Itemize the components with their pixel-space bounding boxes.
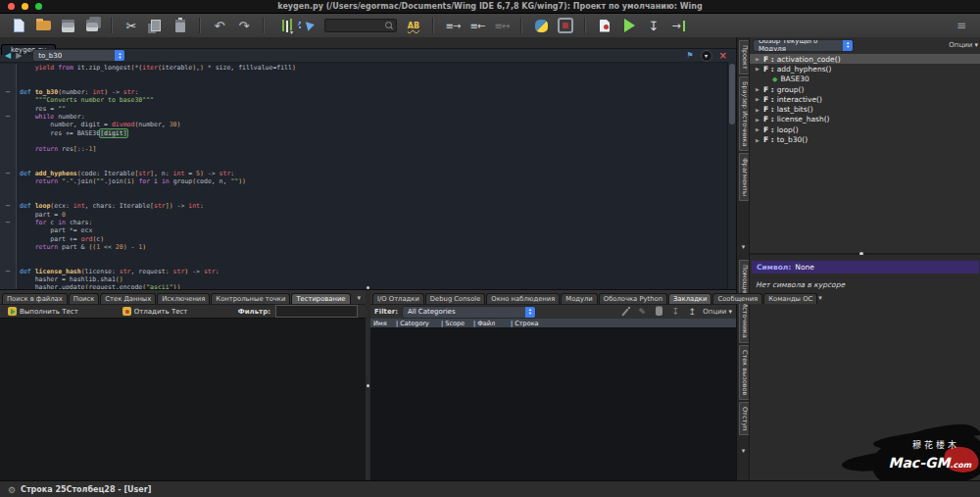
redo-icon[interactable] — [233, 17, 255, 34]
browser-options-button[interactable]: Опции ▾ — [949, 41, 978, 49]
panel-tab[interactable]: Закладки — [668, 293, 711, 304]
panel-tab[interactable]: Поиск — [69, 293, 100, 304]
tree-item[interactable]: ▶F :loop() — [750, 124, 980, 134]
filter-label: Filter: — [374, 308, 398, 316]
panel-tab[interactable]: Оболочка Python — [599, 293, 667, 304]
close-editor-icon[interactable]: × — [719, 51, 727, 61]
tool-tab-браузер-источника[interactable]: Браузер Источника — [739, 76, 750, 152]
editor-menu-icon[interactable]: ▾ — [701, 50, 712, 62]
module-view-combo[interactable]: Обзор Текущего Модуля ▴▾ — [753, 39, 854, 52]
save-all-icon[interactable] — [81, 17, 103, 34]
source-browser-panel: Обзор Текущего Модуля ▴▾ Опции ▾ ▶F :act… — [749, 37, 980, 480]
indent-left-icon[interactable] — [466, 17, 488, 34]
test-filter-input[interactable] — [275, 305, 358, 318]
panel-tab[interactable]: Команды ОС — [763, 293, 817, 304]
tree-item[interactable]: ▶F :last_bits() — [750, 104, 980, 114]
search-input[interactable] — [325, 21, 386, 30]
code-lines[interactable]: yield from it.zip_longest(*(iter(iterabl… — [20, 64, 727, 289]
cut-icon[interactable] — [121, 17, 142, 34]
column-header[interactable]: | Category — [396, 320, 441, 327]
navigate-forward-icon[interactable]: ▶ — [16, 52, 22, 60]
symbol-combo[interactable]: to_b30 ▴▾ — [32, 49, 125, 62]
splitter-handle[interactable] — [367, 286, 369, 289]
testing-panel: Поиск в файлахПоискСтек ДанныхИсключения… — [0, 289, 366, 481]
panel-tab[interactable]: Тестирование — [291, 293, 350, 304]
edit-bookmark-icon[interactable] — [636, 306, 648, 318]
panel-tab[interactable]: Поиск в файлах — [2, 293, 68, 304]
module-view-combo-value: Обзор Текущего Модуля — [759, 39, 843, 52]
undo-icon[interactable] — [209, 17, 230, 34]
import-bookmarks-icon[interactable] — [669, 306, 681, 318]
bookmarks-options-button[interactable]: Опции ▾ — [703, 308, 732, 316]
panel-tab[interactable]: I/O Отладки — [372, 293, 424, 304]
status-text: Строка 25Столбец28 - [User] — [21, 485, 151, 494]
stop-debug-icon[interactable] — [555, 17, 576, 34]
panel-tab[interactable]: Стек Данных — [100, 293, 156, 304]
panel-tab[interactable]: Сообщения — [712, 293, 762, 304]
column-header[interactable]: | Файл — [473, 320, 511, 327]
symbol-label: Символ: — [757, 263, 791, 272]
export-bookmarks-icon[interactable] — [686, 306, 698, 318]
navigate-back-icon[interactable]: ◀ — [5, 52, 11, 60]
source-assistant-panel: Символ: None Нет символа в курсоре — [750, 255, 980, 480]
symbol-message: Нет символа в курсоре — [756, 280, 975, 289]
tool-tab-стек-вызовов[interactable]: Стек вызовов — [739, 345, 750, 400]
goto-bookmark-icon[interactable] — [619, 306, 631, 318]
debug-test-button[interactable]: Отладить Тест — [122, 307, 188, 316]
tree-item[interactable]: ▶F :interactive() — [750, 94, 980, 104]
new-file-icon[interactable] — [8, 17, 29, 34]
panel-tab[interactable]: Контрольные точки — [211, 293, 290, 304]
column-header[interactable]: | Строка — [511, 320, 589, 327]
tabbar-menu-icon[interactable]: ▾ — [357, 294, 364, 304]
tree-item[interactable]: ▶F :license_hash() — [750, 115, 980, 124]
save-icon[interactable] — [57, 17, 78, 34]
copy-icon[interactable] — [145, 17, 167, 34]
toolbar: AB — [0, 14, 980, 38]
tree-item[interactable]: ▶F :add_hyphens() — [750, 64, 980, 74]
run-test-button[interactable]: Выполнить Тест — [8, 307, 78, 316]
tool-tab-отступ[interactable]: Отступ — [739, 402, 750, 435]
category-filter-value: All Categories — [408, 308, 456, 316]
panel-tab[interactable]: Debug Console — [425, 293, 486, 304]
panel-layout-icon[interactable] — [272, 17, 294, 34]
category-filter-combo[interactable]: All Categories ▴▾ — [402, 306, 536, 319]
toolbar-separator — [432, 18, 434, 33]
tree-item[interactable]: ▶F :group() — [750, 84, 980, 94]
editor-tabbar: keygen.py — [0, 37, 736, 49]
editor-gutter[interactable]: −−−−−− — [0, 64, 17, 289]
panel-tab[interactable]: Окно наблюдения — [486, 293, 560, 304]
step-into-icon[interactable] — [643, 17, 664, 34]
column-header[interactable]: Имя — [373, 320, 396, 327]
open-file-icon[interactable] — [32, 17, 54, 34]
gear-icon[interactable]: ⚙ — [8, 485, 16, 495]
column-header[interactable]: | Scope — [441, 320, 473, 327]
tabbar-menu-icon[interactable]: ▾ — [818, 294, 825, 304]
symbol-header: Символ: None — [752, 261, 979, 273]
editor-scrollbar[interactable] — [727, 62, 736, 289]
indent-match-icon[interactable] — [491, 17, 513, 34]
toolbar-search — [324, 19, 397, 32]
tree-item[interactable]: ▶F :to_b30() — [750, 134, 980, 144]
panel-tab[interactable]: Модули — [561, 293, 598, 304]
tree-item[interactable]: ▶F :activation_code() — [750, 54, 980, 64]
scrollbar-thumb[interactable] — [729, 64, 735, 124]
window-menu-icon[interactable] — [951, 17, 972, 34]
debug-file-icon[interactable] — [594, 17, 615, 34]
panel-tab[interactable]: Исключения — [157, 293, 210, 304]
tool-tab-фрагменты[interactable]: Фрагменты — [739, 153, 750, 201]
select-cursor-icon[interactable] — [297, 17, 318, 34]
paste-icon[interactable] — [170, 17, 191, 34]
run-icon[interactable] — [618, 17, 640, 34]
bookmarks-toolbar: Filter: All Categories ▴▾ Опции ▾ — [370, 304, 736, 319]
splitter-handle[interactable] — [367, 384, 369, 387]
testing-panel-tabs: Поиск в файлахПоискСтек ДанныхИсключения… — [0, 290, 366, 304]
tool-tab-проект[interactable]: Проект — [739, 40, 750, 75]
indent-right-icon[interactable] — [442, 17, 464, 34]
delete-bookmark-icon[interactable] — [653, 306, 664, 318]
bookmark-icon[interactable]: ⚑ — [686, 51, 693, 60]
tree-item[interactable]: ◆BASE30 — [750, 75, 980, 84]
python-shell-icon[interactable] — [530, 17, 552, 34]
replace-case-icon[interactable]: AB — [403, 17, 424, 34]
run-to-cursor-icon[interactable] — [667, 17, 689, 34]
editor-navrow: ◀ ▶ to_b30 ▴▾ ⚑ ▾ × — [0, 49, 736, 63]
